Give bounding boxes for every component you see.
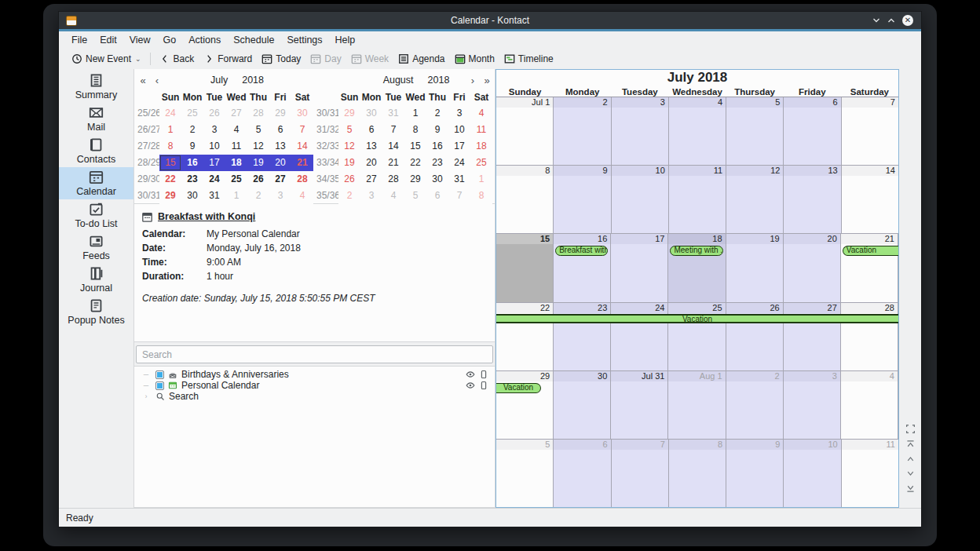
timeline-button[interactable]: Timeline	[499, 51, 558, 67]
minical-day[interactable]: 26	[338, 171, 360, 188]
minical-day[interactable]: 6	[426, 188, 448, 204]
sidebar-item-contacts[interactable]: Contacts	[59, 135, 133, 167]
expander-icon[interactable]: ›	[141, 392, 152, 400]
minical-day[interactable]: 17	[448, 138, 470, 155]
minical-day[interactable]: 5	[247, 122, 269, 138]
minical-day[interactable]: 24	[448, 155, 470, 171]
minical-day[interactable]: 13	[269, 138, 291, 155]
day-cell-5[interactable]: 5	[726, 97, 784, 165]
minical-day[interactable]: 28	[291, 171, 313, 188]
minical-day[interactable]: 28	[247, 105, 269, 122]
fit-icon[interactable]	[905, 424, 916, 434]
minical-day[interactable]: 30	[360, 105, 382, 122]
minical-day[interactable]: 3	[203, 122, 225, 138]
minical-day[interactable]: 1	[225, 188, 247, 204]
minical-day[interactable]: 12	[338, 138, 360, 155]
minical-day[interactable]: 8	[159, 138, 181, 155]
device-icon[interactable]	[479, 381, 488, 390]
minical-year[interactable]: 2018	[235, 75, 271, 86]
minical-day[interactable]: 11	[225, 138, 247, 155]
day-cell-2[interactable]: 2	[726, 371, 784, 439]
menu-edit[interactable]: Edit	[93, 33, 123, 47]
day-cell-21[interactable]: 21	[841, 234, 898, 301]
event-pill[interactable]: Meeting with ....	[670, 246, 722, 256]
minical-day[interactable]: 12	[247, 138, 269, 155]
day-cell-26[interactable]: 26	[726, 303, 784, 370]
search-input[interactable]	[136, 345, 493, 363]
minical-day[interactable]: 23	[426, 155, 448, 171]
day-cell-30[interactable]: 30	[554, 371, 611, 439]
forward-button[interactable]: Forward	[199, 51, 257, 67]
minical-day[interactable]: 16	[181, 155, 203, 171]
day-cell-4[interactable]: 4	[841, 371, 898, 439]
day-cell-22[interactable]: 22	[496, 303, 554, 370]
day-cell-27[interactable]: 27	[784, 303, 841, 370]
calendar-list-item[interactable]: ─Personal Calendar	[134, 380, 495, 391]
minical-day[interactable]: 18	[470, 138, 492, 155]
calendar-list-item[interactable]: ›Search	[134, 391, 495, 402]
minical-day[interactable]: 31	[448, 171, 470, 188]
minical-day[interactable]: 30	[426, 171, 448, 188]
sidebar-item-journal[interactable]: Journal	[59, 264, 133, 296]
day-cell-10[interactable]: 10	[612, 166, 669, 233]
minical-day[interactable]: 19	[338, 155, 360, 171]
minical-day[interactable]: 13	[360, 138, 382, 155]
day-cell-10[interactable]: 10	[784, 440, 841, 507]
minical-day[interactable]: 16	[426, 138, 448, 155]
minical-day[interactable]: 20	[269, 155, 291, 171]
minical-day[interactable]: 9	[181, 138, 203, 155]
day-cell-16[interactable]: 16	[554, 234, 611, 301]
minical-day[interactable]: 6	[269, 122, 291, 138]
minical-day[interactable]: 7	[291, 122, 313, 138]
day-cell-24[interactable]: 24	[611, 303, 668, 370]
day-cell-23[interactable]: 23	[554, 303, 611, 370]
day-cell-12[interactable]: 12	[726, 166, 784, 233]
minical-day[interactable]: 25	[181, 105, 203, 122]
minical-day[interactable]: 30	[291, 105, 313, 122]
calendar-checkbox[interactable]	[155, 370, 164, 379]
event-title-link[interactable]: Breakfast with Konqi	[158, 211, 255, 222]
sidebar-item-calendar[interactable]: Calendar	[59, 167, 133, 199]
minical-day[interactable]: 4	[225, 122, 247, 138]
day-cell-14[interactable]: 14	[842, 166, 898, 233]
minical-day[interactable]: 29	[159, 188, 181, 204]
minical-day[interactable]: 14	[382, 138, 404, 155]
day-cell-25[interactable]: 25	[668, 303, 726, 370]
minical-day[interactable]: 3	[448, 105, 470, 122]
scroll-down-icon[interactable]	[905, 469, 916, 479]
menu-file[interactable]: File	[65, 33, 93, 47]
menu-settings[interactable]: Settings	[280, 33, 328, 47]
minimize-icon[interactable]	[872, 16, 880, 24]
minical-day[interactable]: 7	[448, 188, 470, 204]
minical-day[interactable]: 7	[382, 122, 404, 138]
minical-day[interactable]: 1	[404, 105, 426, 122]
minical-day[interactable]: 29	[269, 105, 291, 122]
sidebar-item-popup-notes[interactable]: Popup Notes	[59, 296, 133, 328]
day-cell-2[interactable]: 2	[554, 97, 611, 165]
eye-icon[interactable]	[466, 370, 475, 379]
multiday-event-banner[interactable]: Vacation	[496, 314, 898, 323]
day-cell-9[interactable]: 9	[554, 166, 611, 233]
menu-go[interactable]: Go	[157, 33, 183, 47]
day-cell-15[interactable]: 15	[496, 234, 554, 301]
minical-day[interactable]: 8	[470, 188, 492, 204]
scroll-bottom-icon[interactable]	[905, 483, 916, 494]
minical-day[interactable]: 14	[291, 138, 313, 155]
minical-day[interactable]: 22	[404, 155, 426, 171]
minical-day[interactable]: 27	[360, 171, 382, 188]
minical-month[interactable]: July	[203, 75, 235, 86]
agenda-button[interactable]: Agenda	[393, 51, 449, 67]
maximize-icon[interactable]	[887, 16, 895, 24]
minical-day[interactable]: 22	[159, 171, 181, 188]
minical-day[interactable]: 31	[382, 105, 404, 122]
day-cell-3[interactable]: 3	[784, 371, 841, 439]
day-cell-4[interactable]: 4	[669, 97, 726, 165]
day-cell-19[interactable]: 19	[726, 234, 784, 301]
minical-day[interactable]: 24	[159, 105, 181, 122]
scroll-top-icon[interactable]	[905, 439, 916, 449]
minical-day[interactable]: 15	[404, 138, 426, 155]
minical-day[interactable]: 10	[448, 122, 470, 138]
titlebar[interactable]: Calendar - Kontact ✕	[59, 12, 921, 29]
close-icon[interactable]: ✕	[902, 15, 913, 26]
event-pill[interactable]: Vacation	[843, 246, 898, 256]
